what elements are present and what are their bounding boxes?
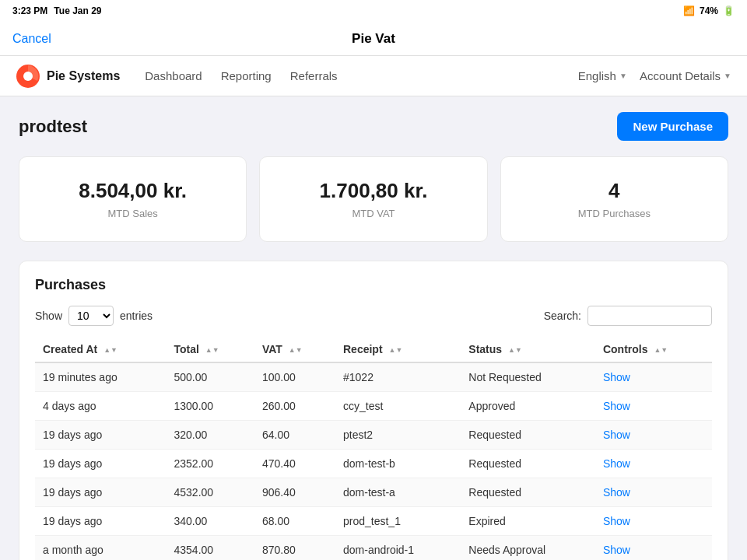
- col-header-vat[interactable]: VAT ▲▼: [254, 337, 335, 362]
- show-entries-control: Show 10 25 50 100 entries: [35, 306, 153, 326]
- table-row: 19 days ago2352.00470.40dom-test-bReques…: [35, 450, 712, 478]
- battery-level: 74%: [700, 5, 718, 16]
- col-header-created-at[interactable]: Created At ▲▼: [35, 337, 166, 362]
- cell-receipt: dom-test-b: [335, 450, 461, 478]
- mtd-sales-value: 8.504,00 kr.: [38, 179, 227, 203]
- nav-logo-text: Pie Systems: [47, 69, 120, 83]
- table-row: 19 days ago320.0064.00ptest2RequestedSho…: [35, 421, 712, 450]
- language-label: English: [578, 69, 616, 82]
- nav-right: English ▼ Account Details ▼: [578, 69, 731, 82]
- show-link[interactable]: Show: [603, 544, 630, 556]
- status-date: Tue Jan 29: [54, 5, 101, 16]
- table-header-row: Created At ▲▼ Total ▲▼ VAT ▲▼ Receipt ▲▼…: [35, 337, 712, 362]
- page-title: prodtest: [19, 117, 87, 137]
- col-header-total[interactable]: Total ▲▼: [166, 337, 254, 362]
- sort-icon-receipt: ▲▼: [388, 347, 402, 354]
- svg-point-1: [23, 72, 33, 81]
- cell-created_at: 19 days ago: [35, 478, 166, 507]
- search-input[interactable]: [587, 306, 712, 326]
- account-details-label: Account Details: [640, 69, 721, 82]
- cell-receipt: #1022: [335, 362, 461, 392]
- col-header-controls[interactable]: Controls ▲▼: [595, 337, 712, 362]
- cell-receipt: dom-android-1: [335, 536, 461, 561]
- cell-vat: 68.00: [254, 507, 335, 536]
- cell-controls: Show: [595, 536, 712, 561]
- col-header-receipt[interactable]: Receipt ▲▼: [335, 337, 461, 362]
- cell-created_at: 4 days ago: [35, 392, 166, 421]
- purchases-table: Created At ▲▼ Total ▲▼ VAT ▲▼ Receipt ▲▼…: [35, 337, 712, 560]
- nav-link-dashboard[interactable]: Dashboard: [145, 69, 202, 82]
- table-row: 19 days ago340.0068.00prod_test_1Expired…: [35, 507, 712, 536]
- show-link[interactable]: Show: [603, 371, 630, 383]
- table-row: 19 days ago4532.00906.40dom-test-aReques…: [35, 478, 712, 507]
- page-header: prodtest New Purchase: [19, 112, 728, 141]
- language-selector[interactable]: English ▼: [578, 69, 627, 82]
- mtd-vat-label: MTD VAT: [279, 208, 468, 219]
- table-row: 19 minutes ago500.00100.00#1022Not Reque…: [35, 362, 712, 392]
- cell-receipt: ptest2: [335, 421, 461, 450]
- cell-vat: 260.00: [254, 392, 335, 421]
- status-bar: 3:23 PM Tue Jan 29 📶 74% 🔋: [0, 0, 747, 22]
- nav-bar: Pie Systems Dashboard Reporting Referral…: [0, 56, 747, 96]
- cell-vat: 470.40: [254, 450, 335, 478]
- cell-vat: 100.00: [254, 362, 335, 392]
- cell-total: 320.00: [166, 421, 254, 450]
- cell-controls: Show: [595, 421, 712, 450]
- cell-receipt: ccy_test: [335, 392, 461, 421]
- new-purchase-button[interactable]: New Purchase: [617, 112, 728, 141]
- mtd-vat-value: 1.700,80 kr.: [279, 179, 468, 203]
- cell-created_at: 19 days ago: [35, 450, 166, 478]
- cell-controls: Show: [595, 478, 712, 507]
- cell-vat: 64.00: [254, 421, 335, 450]
- account-details-menu[interactable]: Account Details ▼: [640, 69, 731, 82]
- show-link[interactable]: Show: [603, 515, 630, 527]
- entries-select[interactable]: 10 25 50 100: [68, 306, 114, 326]
- cell-controls: Show: [595, 362, 712, 392]
- sort-icon-created-at: ▲▼: [103, 347, 117, 354]
- cell-status: Expired: [461, 507, 595, 536]
- title-bar: Cancel Pie Vat: [0, 22, 747, 56]
- cancel-button[interactable]: Cancel: [12, 32, 51, 46]
- battery-icon: 🔋: [723, 5, 735, 16]
- mtd-purchases-label: MTD Purchases: [520, 208, 709, 219]
- col-header-status[interactable]: Status ▲▼: [461, 337, 595, 362]
- sort-icon-controls: ▲▼: [654, 347, 668, 354]
- mtd-purchases-value: 4: [520, 179, 709, 203]
- show-link[interactable]: Show: [603, 457, 630, 470]
- cell-total: 2352.00: [166, 450, 254, 478]
- nav-link-reporting[interactable]: Reporting: [221, 69, 272, 82]
- wifi-icon: 📶: [683, 5, 695, 16]
- stats-cards: 8.504,00 kr. MTD Sales 1.700,80 kr. MTD …: [19, 156, 728, 242]
- cell-status: Requested: [461, 421, 595, 450]
- stat-card-mtd-vat: 1.700,80 kr. MTD VAT: [259, 156, 487, 242]
- show-link[interactable]: Show: [603, 429, 630, 441]
- cell-status: Approved: [461, 392, 595, 421]
- nav-link-referrals[interactable]: Referrals: [290, 69, 338, 82]
- table-controls: Show 10 25 50 100 entries Search:: [35, 306, 712, 326]
- mtd-sales-label: MTD Sales: [38, 208, 227, 219]
- cell-created_at: 19 days ago: [35, 507, 166, 536]
- sort-icon-vat: ▲▼: [289, 347, 303, 354]
- entries-label: entries: [120, 310, 153, 322]
- cell-receipt: prod_test_1: [335, 507, 461, 536]
- pie-systems-logo-icon: [16, 64, 40, 89]
- language-dropdown-arrow: ▼: [619, 72, 627, 80]
- cell-total: 340.00: [166, 507, 254, 536]
- cell-created_at: 19 days ago: [35, 421, 166, 450]
- show-link[interactable]: Show: [603, 400, 630, 412]
- nav-links: Dashboard Reporting Referrals: [145, 69, 577, 82]
- cell-created_at: 19 minutes ago: [35, 362, 166, 392]
- search-control: Search:: [544, 306, 712, 326]
- account-details-dropdown-arrow: ▼: [724, 72, 731, 80]
- cell-receipt: dom-test-a: [335, 478, 461, 507]
- cell-status: Not Requested: [461, 362, 595, 392]
- main-content: prodtest New Purchase 8.504,00 kr. MTD S…: [0, 96, 747, 560]
- nav-logo[interactable]: Pie Systems: [16, 64, 120, 89]
- sort-icon-status: ▲▼: [508, 347, 522, 354]
- cell-total: 1300.00: [166, 392, 254, 421]
- show-link[interactable]: Show: [603, 486, 630, 499]
- table-row: 4 days ago1300.00260.00ccy_testApprovedS…: [35, 392, 712, 421]
- cell-total: 4532.00: [166, 478, 254, 507]
- show-label: Show: [35, 310, 62, 322]
- purchases-section-title: Purchases: [35, 277, 712, 293]
